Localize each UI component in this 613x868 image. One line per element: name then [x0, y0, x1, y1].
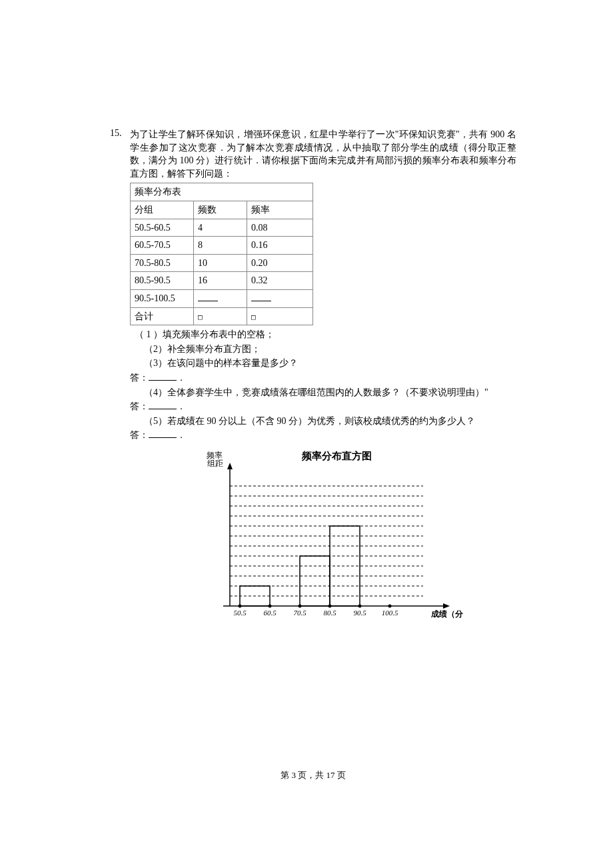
- sub-question-1: （ 1 ）填充频率分布表中的空格；: [130, 328, 516, 341]
- intro-text: 为了让学生了解环保知识，增强环保意识，红星中学举行了一次"环保知识竞赛"，共有 …: [130, 128, 516, 180]
- answer-line-5: 答：．: [130, 429, 516, 442]
- table-row: 60.5-70.5 8 0.16: [131, 237, 313, 255]
- blank-input[interactable]: [149, 400, 177, 409]
- blank-input[interactable]: [149, 371, 177, 381]
- answer-line-3: 答：．: [130, 371, 516, 385]
- sub-question-5: （5）若成绩在 90 分以上（不含 90 分）为优秀，则该校成绩优秀的约为多少人…: [130, 415, 516, 428]
- svg-point-19: [299, 604, 302, 607]
- question-15: 15. 为了让学生了解环保知识，增强环保意识，红星中学举行了一次"环保知识竞赛"…: [110, 127, 516, 636]
- smudge-box-icon: □: [251, 313, 256, 321]
- svg-text:50.5: 50.5: [233, 609, 247, 617]
- histogram-svg: 频率分布直方图 频率 组距: [183, 446, 463, 633]
- y-axis-label: 频率 组距: [207, 451, 225, 468]
- svg-text:60.5: 60.5: [263, 609, 277, 617]
- blank-input[interactable]: [251, 301, 271, 301]
- table-row: 90.5-100.5: [131, 289, 313, 307]
- blank-input[interactable]: [198, 301, 218, 301]
- table-header-row: 分组 频数 频率: [131, 201, 313, 219]
- svg-text:100.5: 100.5: [382, 609, 398, 617]
- table-caption: 频率分布表: [131, 183, 313, 201]
- table-row: 50.5-60.5 4 0.08: [131, 219, 313, 237]
- x-tick-labels: 50.5 60.5 70.5 80.5 90.5 100.5: [233, 609, 398, 617]
- svg-point-17: [239, 604, 242, 607]
- svg-text:90.5: 90.5: [353, 609, 366, 617]
- question-body: 为了让学生了解环保知识，增强环保意识，红星中学举行了一次"环保知识竞赛"，共有 …: [130, 127, 516, 636]
- svg-rect-15: [300, 556, 330, 606]
- svg-point-21: [358, 604, 362, 607]
- svg-text:70.5: 70.5: [293, 609, 306, 617]
- arrowhead-icon: [443, 603, 450, 609]
- sub-question-4: （4）全体参赛学生中，竞赛成绩落在哪组范围内的人数最多？（不要求说明理由）": [130, 386, 516, 399]
- smudge-box-icon: □: [198, 313, 203, 321]
- th-rate: 频率: [247, 201, 313, 219]
- svg-point-22: [388, 604, 392, 607]
- histogram-chart: 频率分布直方图 频率 组距: [130, 446, 516, 637]
- arrowhead-icon: [227, 463, 233, 469]
- table-row: 80.5-90.5 16 0.32: [131, 272, 313, 290]
- answer-line-4: 答：．: [130, 400, 516, 413]
- frequency-table: 频率分布表 分组 频数 频率 50.5-60.5 4 0.08 60.5-70.…: [130, 183, 313, 325]
- sub-question-3: （3）在该问题中的样本容量是多少？: [130, 357, 516, 370]
- grid-lines: [230, 486, 423, 596]
- axes: [223, 463, 450, 609]
- question-number: 15.: [110, 127, 126, 140]
- table-total-row: 合计 □ □: [131, 307, 313, 325]
- th-freq: 频数: [194, 201, 247, 219]
- chart-title: 频率分布直方图: [301, 450, 372, 461]
- svg-point-18: [269, 604, 272, 607]
- svg-point-20: [328, 604, 332, 607]
- th-range: 分组: [131, 201, 194, 219]
- page-footer: 第 3 页，共 17 页: [110, 769, 516, 781]
- sub-question-2: （2）补全频率分布直方图；: [130, 343, 516, 356]
- x-axis-label: 成绩（分）: [430, 609, 463, 619]
- table-row: 70.5-80.5 10 0.20: [131, 254, 313, 272]
- svg-text:80.5: 80.5: [323, 609, 336, 617]
- blank-input[interactable]: [149, 429, 177, 438]
